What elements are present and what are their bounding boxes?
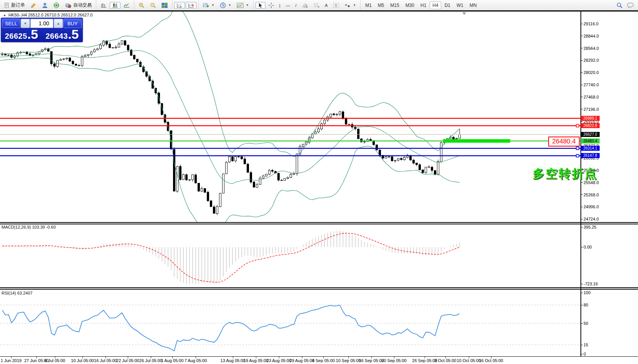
tab-timeframe-d1[interactable]: D1: [442, 2, 453, 9]
time-axis[interactable]: 1 Jun 201927 Jun 05:004 Jul 05:0010 Jul …: [0, 356, 638, 364]
sell-price-main: 26625: [5, 32, 27, 41]
toolbar-group-tools: | — / E F A T ▼: [253, 0, 360, 10]
auto-trading-label: 自动交易: [73, 2, 92, 8]
bar-chart-button[interactable]: [98, 2, 109, 9]
toolbar-group-zoom: [134, 0, 172, 10]
time-tick-label: 16 Sep 05:00: [359, 358, 384, 363]
time-tick-label: 20 Sep 05:00: [381, 358, 406, 363]
indicators-dropdown-arrow[interactable]: ▼: [211, 3, 214, 7]
panel-separator[interactable]: [0, 289, 638, 290]
indicators-button[interactable]: ▼: [201, 2, 217, 9]
profile-button[interactable]: [40, 2, 50, 9]
price-tag-26989.1[interactable]: 26989.1: [581, 116, 600, 121]
sell-price[interactable]: 26625 .5: [1, 29, 42, 41]
chart-shift-button[interactable]: [186, 2, 196, 9]
arrows-dropdown-arrow[interactable]: ▼: [353, 3, 356, 7]
time-tick-label: 10 Oct 05:00: [457, 358, 481, 363]
price-tag-26147.8[interactable]: 26147.8: [581, 153, 600, 158]
main-price-chart[interactable]: [0, 12, 580, 222]
fibonacci-icon: F: [313, 3, 320, 8]
price-tick-mark: [581, 60, 583, 61]
collapse-triangle-icon[interactable]: ▲: [3, 13, 6, 17]
text-tool-button[interactable]: A: [323, 2, 330, 9]
tile-windows-button[interactable]: [159, 2, 170, 9]
periods-dropdown-arrow[interactable]: ▼: [228, 3, 231, 7]
buy-price-big: .5: [68, 29, 79, 40]
templates-dropdown-arrow[interactable]: ▼: [246, 3, 249, 7]
tab-timeframe-m1[interactable]: M1: [363, 2, 374, 9]
svg-text:T: T: [335, 3, 337, 7]
tab-timeframe-m5[interactable]: M5: [375, 2, 387, 9]
price-tag-26314.1[interactable]: 26314.1: [581, 146, 600, 151]
horizontal-line-button[interactable]: —: [284, 2, 292, 9]
price-tag-26822.8[interactable]: 26822.8: [581, 123, 600, 128]
price-axis[interactable]: 29116.028844.028564.028292.028020.027740…: [581, 12, 638, 356]
signals-button[interactable]: [51, 2, 62, 9]
price-tick-label: 28844.0: [584, 34, 599, 38]
trendline-icon: /: [295, 3, 297, 8]
auto-trading-button[interactable]: 自动交易: [63, 2, 94, 9]
style-button[interactable]: [28, 2, 39, 9]
chart-shift-icon: [188, 3, 194, 8]
time-tick-label: 26 Jul 05:00: [139, 358, 162, 363]
crosshair-icon: [269, 3, 274, 8]
zoom-in-icon: [138, 2, 145, 8]
macd-tick-label: -723.16: [584, 282, 598, 286]
channel-button[interactable]: E: [300, 2, 310, 9]
vertical-line-button[interactable]: |: [277, 2, 283, 9]
chat-icon[interactable]: [626, 2, 634, 8]
chinese-annotation-text[interactable]: 多空转折点: [532, 166, 598, 182]
rsi-tick-label: 50: [584, 321, 588, 326]
search-icon[interactable]: [617, 2, 623, 8]
auto-scroll-button[interactable]: [174, 2, 185, 9]
rsi-indicator-chart[interactable]: [0, 290, 580, 356]
zoom-out-button[interactable]: [148, 2, 158, 9]
level-annotation-box[interactable]: 26480.4: [548, 137, 580, 147]
time-tick-label: 26 Sep 05:00: [412, 358, 437, 363]
tab-timeframe-w1[interactable]: W1: [454, 2, 466, 9]
tab-timeframe-mn[interactable]: MN: [467, 2, 480, 9]
price-tick-label: 24724.0: [584, 217, 599, 221]
crosshair-button[interactable]: [266, 2, 276, 9]
time-tick-label: 7 Aug 05:00: [185, 358, 207, 363]
rsi-tick-mark: [581, 293, 583, 293]
buy-price[interactable]: 26643 .5: [42, 29, 82, 41]
panel-separator[interactable]: [0, 287, 638, 288]
time-tick-label: 22 Jul 05:00: [116, 358, 139, 363]
label-tool-button[interactable]: T: [331, 2, 341, 9]
new-order-button[interactable]: 新订单: [2, 2, 27, 9]
rsi-tick-mark: [581, 354, 583, 354]
arrows-button[interactable]: ▼: [342, 2, 358, 9]
chart-shift-marker-icon[interactable]: [462, 12, 466, 15]
price-tick-mark: [581, 194, 583, 195]
tab-timeframe-m30[interactable]: M30: [403, 2, 417, 9]
panel-separator[interactable]: [0, 222, 638, 223]
toolbar-group-timeframes: M1M5M15M30H1H4D1W1MN: [360, 0, 481, 10]
price-tick-label: 24996.0: [584, 204, 599, 209]
tab-timeframe-h1[interactable]: H1: [418, 2, 429, 9]
line-chart-button[interactable]: [121, 2, 132, 9]
cursor-button[interactable]: [256, 2, 265, 9]
zoom-in-button[interactable]: [136, 2, 147, 9]
price-tick-label: 27468.0: [584, 95, 599, 99]
candle-chart-button[interactable]: [110, 2, 120, 9]
price-tick-mark: [581, 182, 583, 183]
tile-windows-icon: [162, 3, 168, 8]
price-tag-26627.0[interactable]: 26627.0: [581, 132, 600, 137]
profile-icon: [42, 2, 48, 8]
svg-text:E: E: [306, 6, 308, 8]
buy-price-main: 26643: [46, 32, 68, 41]
price-tick-label: 29116.0: [584, 21, 598, 26]
macd-indicator-chart[interactable]: [0, 224, 580, 287]
volume-up-button[interactable]: ▲: [54, 19, 63, 28]
price-tag-26480.4[interactable]: 26480.4: [581, 138, 600, 143]
templates-button[interactable]: ▼: [234, 2, 251, 9]
candle-chart-icon: [112, 3, 118, 8]
sell-button[interactable]: SELL: [2, 19, 20, 28]
tab-timeframe-m15[interactable]: M15: [387, 2, 402, 9]
fibonacci-button[interactable]: F: [311, 2, 322, 9]
trendline-button[interactable]: /: [293, 2, 299, 9]
periods-button[interactable]: ▼: [218, 2, 234, 9]
price-tick-mark: [581, 48, 583, 48]
tab-timeframe-h4[interactable]: H4: [430, 2, 441, 9]
